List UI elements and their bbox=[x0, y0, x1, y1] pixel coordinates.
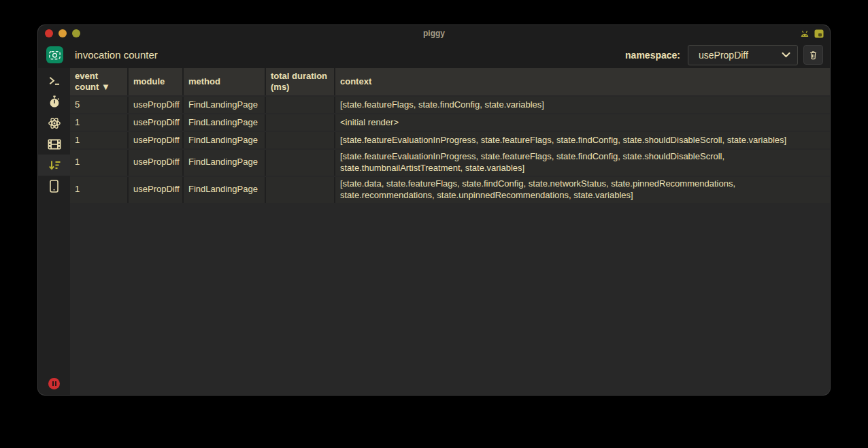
sidebar-item-console[interactable] bbox=[38, 70, 70, 91]
table-header: event count ▼ module method total durati… bbox=[70, 68, 830, 95]
cell-module: usePropDiff bbox=[129, 177, 184, 203]
cell-event-count: 5 bbox=[70, 97, 129, 113]
atom-icon bbox=[48, 116, 61, 130]
cell-context: [state.data, state.featureFlags, state.f… bbox=[335, 177, 830, 203]
app-logo-icon bbox=[46, 46, 63, 63]
namespace-selected-value: usePropDiff bbox=[699, 50, 748, 61]
cell-method: FindLandingPage bbox=[184, 97, 266, 113]
cell-method: FindLandingPage bbox=[184, 114, 266, 131]
trash-icon bbox=[808, 50, 818, 61]
table-row[interactable]: 1 usePropDiff FindLandingPage [state.fea… bbox=[70, 150, 830, 176]
cell-module: usePropDiff bbox=[129, 150, 184, 176]
window-title: piggy bbox=[38, 29, 830, 38]
column-header-total-duration[interactable]: total duration (ms) bbox=[266, 68, 335, 95]
column-header-context[interactable]: context bbox=[335, 68, 830, 95]
column-header-module[interactable]: module bbox=[129, 68, 184, 95]
column-header-method[interactable]: method bbox=[184, 68, 266, 95]
cell-context: [state.featureEvaluationInProgress, stat… bbox=[335, 150, 830, 176]
cell-module: usePropDiff bbox=[129, 97, 184, 113]
pause-recording-button[interactable] bbox=[48, 378, 60, 389]
cell-context: [state.featureFlags, state.findConfig, s… bbox=[335, 97, 830, 113]
cell-context: <initial render> bbox=[335, 114, 830, 131]
film-icon bbox=[48, 139, 61, 150]
panel-icon[interactable] bbox=[814, 29, 824, 38]
close-button[interactable] bbox=[45, 29, 53, 37]
clear-button[interactable] bbox=[803, 45, 823, 65]
page-title: invocation counter bbox=[75, 49, 158, 61]
table-row[interactable]: 1 usePropDiff FindLandingPage [state.dat… bbox=[70, 177, 830, 203]
toolbar: invocation counter namespace: usePropDif… bbox=[38, 42, 830, 68]
phone-icon bbox=[50, 180, 59, 193]
pause-icon bbox=[52, 381, 54, 386]
cell-total-duration bbox=[266, 132, 335, 148]
terminal-icon bbox=[48, 75, 61, 86]
cell-method: FindLandingPage bbox=[184, 177, 266, 203]
namespace-label: namespace: bbox=[625, 50, 680, 61]
cell-event-count: 1 bbox=[70, 150, 129, 176]
cell-event-count: 1 bbox=[70, 114, 129, 131]
sidebar-item-timing[interactable] bbox=[38, 91, 70, 112]
stopwatch-icon bbox=[49, 95, 60, 108]
sidebar-item-film[interactable] bbox=[38, 133, 70, 155]
main-area: event count ▼ module method total durati… bbox=[38, 68, 830, 395]
cell-total-duration bbox=[266, 177, 335, 203]
cell-total-duration bbox=[266, 114, 335, 131]
cell-event-count: 1 bbox=[70, 132, 129, 148]
cell-method: FindLandingPage bbox=[184, 150, 266, 176]
titlebar: piggy bbox=[38, 25, 830, 42]
cell-module: usePropDiff bbox=[129, 114, 184, 131]
cell-method: FindLandingPage bbox=[184, 132, 266, 148]
statusbar-icons bbox=[799, 25, 824, 42]
table-row[interactable]: 1 usePropDiff FindLandingPage <initial r… bbox=[70, 114, 830, 131]
cell-total-duration bbox=[266, 97, 335, 113]
namespace-select[interactable]: usePropDiff bbox=[688, 45, 798, 65]
chevron-down-icon bbox=[782, 52, 790, 58]
sort-descending-icon bbox=[48, 159, 61, 172]
android-icon[interactable] bbox=[799, 29, 810, 38]
traffic-lights bbox=[45, 29, 80, 37]
cell-event-count: 1 bbox=[70, 177, 129, 203]
content-area: event count ▼ module method total durati… bbox=[70, 68, 830, 395]
column-header-event-count[interactable]: event count ▼ bbox=[70, 68, 129, 95]
cell-total-duration bbox=[266, 150, 335, 176]
cell-context: [state.featureEvaluationInProgress, stat… bbox=[335, 132, 830, 148]
sidebar-item-device[interactable] bbox=[38, 176, 70, 197]
sidebar-item-atom[interactable] bbox=[38, 112, 70, 133]
cell-module: usePropDiff bbox=[129, 132, 184, 148]
table-row[interactable]: 1 usePropDiff FindLandingPage [state.fea… bbox=[70, 132, 830, 148]
sidebar-item-invocation-counter[interactable] bbox=[38, 155, 70, 176]
app-window: piggy bbox=[38, 25, 830, 395]
table-row[interactable]: 5 usePropDiff FindLandingPage [state.fea… bbox=[70, 97, 830, 113]
zoom-button[interactable] bbox=[72, 29, 80, 37]
minimize-button[interactable] bbox=[59, 29, 67, 37]
sidebar bbox=[38, 68, 70, 395]
